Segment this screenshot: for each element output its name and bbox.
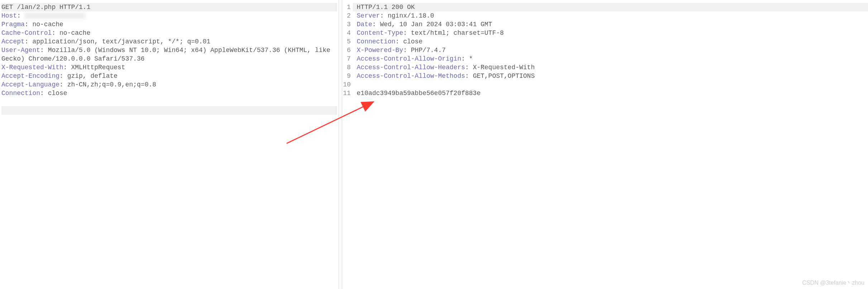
request-panel[interactable]: GET /lan/2.php HTTP/1.1 Host: Pragma: no…	[0, 0, 339, 289]
request-header-connection: Connection: close	[1, 89, 337, 98]
response-content: HTTP/1.1 200 OK Server: nginx/1.18.0 Dat…	[353, 3, 868, 286]
request-header-host: Host:	[1, 11, 337, 20]
request-empty-line	[1, 106, 337, 115]
response-header-server: Server: nginx/1.18.0	[353, 11, 868, 20]
request-header-user-agent: User-Agent: Mozilla/5.0 (Windows NT 10.0…	[1, 46, 337, 63]
request-line: GET /lan/2.php HTTP/1.1	[1, 3, 337, 11]
response-header-content-type: Content-Type: text/html; charset=UTF-8	[353, 29, 868, 37]
response-header-date: Date: Wed, 10 Jan 2024 03:03:41 GMT	[353, 20, 868, 29]
request-header-pragma: Pragma: no-cache	[1, 20, 337, 29]
response-empty-line	[353, 80, 868, 89]
response-header-acam: Access-Control-Allow-Methods: GET,POST,O…	[353, 72, 868, 80]
response-header-x-powered-by: X-Powered-By: PHP/7.4.7	[353, 46, 868, 55]
watermark-text: CSDN @3tefanie丶zhou	[802, 279, 864, 287]
blurred-host-value	[25, 13, 86, 19]
request-header-cache-control: Cache-Control: no-cache	[1, 29, 337, 37]
response-line-numbers: 1 2 3 4 5 6 7 8 9 10 11	[342, 3, 353, 286]
response-status-line: HTTP/1.1 200 OK	[353, 3, 868, 11]
request-header-x-requested-with: X-Requested-With: XMLHttpRequest	[1, 63, 337, 72]
response-header-acao: Access-Control-Allow-Origin: *	[353, 55, 868, 63]
request-header-accept-language: Accept-Language: zh-CN,zh;q=0.9,en;q=0.8	[1, 80, 337, 89]
response-header-acah: Access-Control-Allow-Headers: X-Requeste…	[353, 63, 868, 72]
response-header-connection: Connection: close	[353, 37, 868, 46]
http-viewer-container: GET /lan/2.php HTTP/1.1 Host: Pragma: no…	[0, 0, 868, 289]
request-header-accept-encoding: Accept-Encoding: gzip, deflate	[1, 72, 337, 80]
panel-separator[interactable]	[339, 0, 342, 289]
request-header-accept: Accept: application/json, text/javascrip…	[1, 37, 337, 46]
response-body: e10adc3949ba59abbe56e057f20f883e	[353, 89, 868, 98]
response-panel[interactable]: 1 2 3 4 5 6 7 8 9 10 11 HTTP/1.1 200 OK …	[342, 0, 868, 289]
